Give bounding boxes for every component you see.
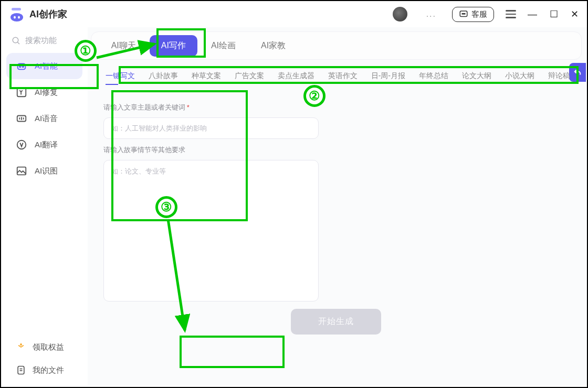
chat-icon [459,9,468,19]
main-tabs: AI聊天 AI写作 AI绘画 AI家教 [91,31,582,60]
search-icon [12,36,21,46]
svg-point-11 [19,66,21,68]
sidebar-item-ai-translate[interactable]: AI翻译 [6,132,82,158]
subtab-debate[interactable]: 辩论稿 [548,71,570,84]
svg-point-0 [10,13,23,21]
tab-ai-draw[interactable]: AI绘画 [200,35,247,57]
logo-icon [8,6,25,23]
undo-icon [573,68,582,77]
svg-point-8 [13,37,18,43]
tab-ai-tutor[interactable]: AI家教 [249,35,297,57]
titlebar: AI创作家 ... 客服 — ☐ ✕ [1,1,587,27]
svg-point-1 [14,16,16,19]
subtab-thesis[interactable]: 论文大纲 [462,71,491,84]
sidebar-label: AI修复 [35,88,58,98]
subtab-english[interactable]: 英语作文 [328,71,358,84]
subtab-yearend[interactable]: 年终总结 [419,71,448,84]
sidebar-rewards[interactable]: 领取权益 [6,336,82,359]
search-placeholder: 搜索功能 [25,36,57,46]
svg-line-9 [17,42,19,44]
sidebar-item-ai-voice[interactable]: AI语音 [6,105,82,132]
svg-rect-10 [18,63,26,69]
sidebar-label: AI智能 [35,61,58,71]
robot-icon [16,60,27,72]
sidebar: 搜索功能 AI智能 AI修复 AI语音 AI翻译 AI识图 领取权益 [1,27,88,386]
repair-icon [16,87,27,98]
sidebar-footer-label: 领取权益 [33,342,64,352]
sidebar-footer-label: 我的文件 [33,365,64,375]
detail-label: 请输入故事情节等其他要求 [103,145,569,155]
subtab-gossip[interactable]: 八卦故事 [149,71,178,84]
sidebar-item-ai-repair[interactable]: AI修复 [6,79,82,105]
sidebar-label: AI语音 [35,114,58,124]
topic-label: 请输入文章主题或者关键词* [103,103,569,112]
sidebar-item-ai-smart[interactable]: AI智能 [6,53,82,79]
file-icon [16,365,26,375]
subtab-novel[interactable]: 小说大纲 [505,71,534,84]
form-area: 请输入文章主题或者关键词* 请输入故事情节等其他要求 开始生成 [91,89,582,342]
topic-input[interactable] [103,117,319,139]
support-label: 客服 [471,9,487,19]
app-title: AI创作家 [29,8,67,20]
undo-button[interactable] [569,63,586,82]
sidebar-label: AI识图 [35,166,58,176]
maximize-button[interactable]: ☐ [550,8,558,20]
translate-icon [16,139,27,150]
tab-ai-chat[interactable]: AI聊天 [100,35,148,57]
sidebar-item-ai-image[interactable]: AI识图 [6,158,82,184]
gift-icon [16,342,26,352]
svg-point-5 [462,14,463,15]
minimize-button[interactable]: — [528,9,537,20]
svg-rect-3 [12,8,21,10]
image-icon [16,165,27,177]
svg-point-2 [18,16,20,19]
avatar[interactable] [393,7,407,21]
detail-input[interactable] [103,160,319,301]
support-button[interactable]: 客服 [452,7,494,22]
sidebar-my-files[interactable]: 我的文件 [6,359,82,382]
svg-point-7 [465,14,466,15]
subtab-seed[interactable]: 种草文案 [192,71,221,84]
subtab-one-click[interactable]: 一键写文 [106,71,135,84]
tab-ai-write[interactable]: AI写作 [150,35,197,57]
svg-point-12 [22,66,24,68]
generate-button[interactable]: 开始生成 [291,309,381,335]
more-menu-icon[interactable]: ... [426,9,436,19]
app-logo: AI创作家 [8,6,67,23]
svg-point-6 [463,14,464,15]
sub-tabs: 一键写文 八卦故事 种草文案 广告文案 卖点生成器 英语作文 日-周-月报 年终… [91,66,582,89]
subtab-report[interactable]: 日-周-月报 [371,71,405,84]
subtab-ad[interactable]: 广告文案 [235,71,264,84]
search-input[interactable]: 搜索功能 [6,31,82,53]
main-area: AI聊天 AI写作 AI绘画 AI家教 一键写文 八卦故事 种草文案 广告文案 … [88,27,587,386]
subtab-selling[interactable]: 卖点生成器 [278,71,314,84]
menu-icon[interactable] [506,10,516,18]
close-button[interactable]: ✕ [571,8,579,20]
sidebar-label: AI翻译 [35,140,58,150]
audio-icon [16,113,27,124]
